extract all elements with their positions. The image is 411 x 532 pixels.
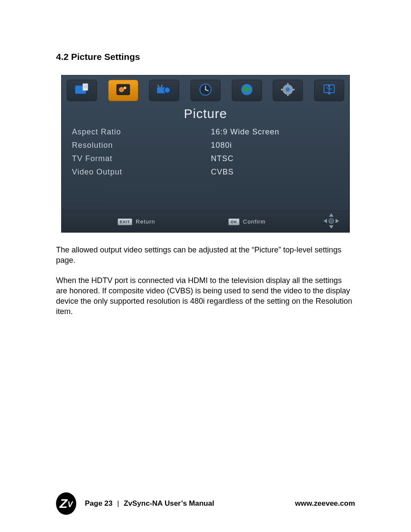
picture-icon: [115, 82, 132, 99]
setting-label: Aspect Ratio: [72, 128, 211, 137]
program-tab[interactable]: [67, 80, 97, 101]
document-page: 4.2 Picture Settings: [0, 0, 411, 532]
svg-line-9: [158, 85, 159, 87]
svg-line-10: [161, 85, 162, 87]
setting-value: NTSC: [211, 154, 339, 163]
program-icon: [73, 82, 90, 99]
gear-icon: [279, 82, 296, 99]
svg-point-11: [164, 87, 170, 93]
zv-logo: ZV: [56, 492, 76, 515]
osd-footer-bar: EXIT Return OK Confirm: [62, 211, 349, 232]
usb-tab[interactable]: [314, 80, 344, 101]
paragraph-2: When the HDTV port is connected via HDMI…: [56, 275, 355, 317]
logo-letter-z: Z: [59, 497, 67, 510]
page-footer: ZV Page 23 | ZvSync-NA User’s Manual www…: [0, 492, 411, 515]
svg-marker-31: [329, 225, 333, 229]
setting-label: Resolution: [72, 141, 211, 150]
ok-key-label: Confirm: [243, 218, 266, 225]
footer-url: www.zeevee.com: [295, 499, 355, 508]
search-icon: [156, 82, 173, 99]
osd-settings-list: Aspect Ratio 16:9 Wide Screen Resolution…: [62, 125, 349, 179]
language-tab[interactable]: [232, 80, 262, 101]
setting-row-aspect-ratio[interactable]: Aspect Ratio 16:9 Wide Screen: [72, 125, 339, 139]
svg-point-16: [205, 89, 206, 90]
page-number: Page 23: [85, 499, 112, 507]
svg-marker-32: [324, 219, 327, 223]
setting-value: 1080i: [211, 141, 339, 150]
footer-left: Page 23 | ZvSync-NA User’s Manual: [85, 499, 214, 508]
search-tab[interactable]: [149, 80, 179, 101]
setting-label: Video Output: [72, 168, 211, 177]
svg-marker-30: [329, 213, 333, 217]
system-tab[interactable]: [273, 80, 303, 101]
svg-rect-1: [83, 84, 88, 90]
globe-icon: [238, 82, 255, 99]
setting-value: 16:9 Wide Screen: [211, 128, 339, 137]
section-heading: 4.2 Picture Settings: [56, 52, 355, 62]
clock-icon: [197, 82, 214, 99]
usb-icon: [321, 82, 338, 99]
svg-point-23: [286, 87, 290, 92]
dpad-icon: [323, 212, 340, 230]
body-text: The allowed output video settings can be…: [56, 245, 355, 317]
setting-label: TV Format: [72, 154, 211, 163]
svg-rect-29: [328, 93, 330, 94]
footer-hint-confirm: OK Confirm: [228, 218, 266, 225]
time-tab[interactable]: [190, 80, 221, 101]
setting-value: CVBS: [211, 168, 339, 177]
exit-key-label: Return: [136, 218, 155, 225]
svg-rect-19: [287, 83, 289, 86]
osd-screenshot: Picture Aspect Ratio 16:9 Wide Screen Re…: [61, 75, 350, 233]
ok-key-icon: OK: [228, 218, 240, 225]
exit-key-icon: EXIT: [118, 218, 132, 225]
svg-rect-21: [281, 89, 283, 90]
svg-rect-20: [287, 93, 289, 96]
osd-panel-title: Picture: [62, 104, 349, 125]
setting-row-video-output[interactable]: Video Output CVBS: [72, 165, 339, 179]
osd-tab-strip: [62, 75, 349, 104]
svg-line-12: [169, 92, 171, 94]
footer-hint-return: EXIT Return: [118, 218, 155, 225]
svg-point-6: [119, 87, 124, 92]
svg-point-7: [124, 87, 126, 89]
svg-point-25: [328, 84, 330, 87]
svg-point-34: [329, 218, 334, 224]
svg-rect-22: [292, 89, 295, 90]
logo-letter-v: V: [68, 500, 73, 509]
footer-separator: |: [117, 499, 119, 507]
setting-row-tv-format[interactable]: TV Format NTSC: [72, 152, 339, 165]
paragraph-1: The allowed output video settings can be…: [56, 245, 355, 266]
setting-row-resolution[interactable]: Resolution 1080i: [72, 139, 339, 152]
picture-tab[interactable]: [108, 80, 138, 101]
manual-title: ZvSync-NA User’s Manual: [124, 499, 214, 507]
svg-marker-33: [336, 219, 339, 223]
